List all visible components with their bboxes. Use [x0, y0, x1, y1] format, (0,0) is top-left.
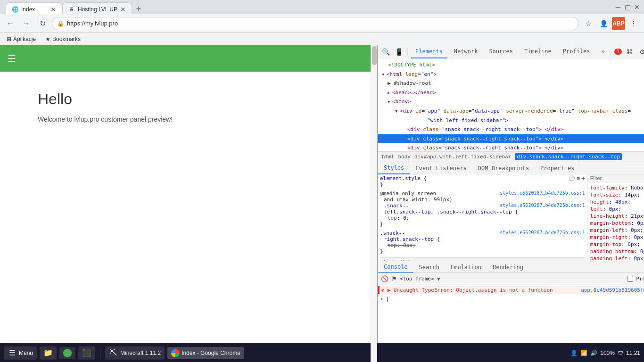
bookmark-aplikacje[interactable]: ⊞ Aplikacje: [4, 35, 39, 43]
settings-icon[interactable]: ABP: [612, 17, 625, 30]
hamburger-menu-icon[interactable]: ☰: [8, 53, 16, 64]
preserve-log-label: Preserve log: [636, 276, 644, 282]
tab-close-hosting[interactable]: ✕: [120, 6, 126, 13]
devtools-tab-timeline[interactable]: Timeline: [520, 45, 556, 58]
minimize-button[interactable]: ─: [615, 4, 621, 10]
snack-div-3[interactable]: <div class="snack snack--right snack--to…: [378, 143, 644, 151]
prop-margin-top: margin-top: 0px;: [589, 241, 644, 248]
console-cursor[interactable]: |: [386, 296, 389, 302]
close-window-button[interactable]: ✕: [634, 4, 640, 10]
star-bookmark-icon: ★: [45, 36, 50, 42]
breadcrumb-html[interactable]: html: [382, 154, 395, 160]
devtools-tab-sources[interactable]: Sources: [484, 45, 518, 58]
emulation-tab[interactable]: Emulation: [445, 261, 487, 273]
taskbar-files-button[interactable]: 📁: [40, 346, 57, 360]
devtools-splitter: <!DOCTYPE html> <html lang="en"> ▶ #shad…: [378, 58, 644, 362]
head-tag-line[interactable]: <head>…</head>: [378, 88, 644, 98]
frame-selector-icon[interactable]: ▾: [437, 275, 440, 282]
tab-close-index[interactable]: ✕: [50, 6, 56, 13]
forward-button[interactable]: →: [20, 17, 33, 30]
snack-div-2-selected[interactable]: <div class="snack snack--right snack--to…: [378, 134, 644, 144]
taskbar-minecraft-icon: ⛏: [109, 348, 118, 358]
webpage-content: Hello Welcome to lvlup.pro customer pane…: [0, 72, 377, 142]
body-tag-line[interactable]: <body>: [378, 97, 644, 107]
profile-icon[interactable]: 👤: [597, 17, 610, 30]
breadcrumb-snack[interactable]: div.snack.snack--right.snack--top: [515, 153, 622, 160]
add-style-icon[interactable]: +: [582, 175, 585, 181]
preserve-log-checkbox[interactable]: [627, 276, 633, 282]
devtools-tab-more[interactable]: »: [597, 45, 610, 58]
address-input[interactable]: [67, 20, 574, 27]
tab-index[interactable]: 🌐 Index ✕: [6, 2, 62, 16]
devtools-tab-elements[interactable]: Elements: [411, 45, 447, 58]
snack-div-1[interactable]: <div class="snack snack--right snack--to…: [378, 125, 644, 134]
console-prompt: > |: [378, 295, 644, 303]
rendering-tab[interactable]: Rendering: [487, 261, 529, 273]
taskbar-menu-button[interactable]: ☰ Menu: [4, 346, 37, 360]
apps-icon: ⊞: [7, 36, 11, 42]
taskbar-green-button[interactable]: [59, 347, 75, 359]
prop-font-size: font-size: 14px;: [589, 191, 644, 198]
new-tab-button[interactable]: +: [132, 2, 145, 16]
html-tag-line[interactable]: <html lang="en">: [378, 70, 644, 79]
devtools-settings-icon[interactable]: ⚙: [637, 46, 644, 58]
styles-tab[interactable]: Styles: [378, 162, 410, 174]
inspect-element-icon[interactable]: 🔍: [380, 46, 391, 58]
elements-breadcrumb: html body div#app.with.left-fixed-sideba…: [378, 151, 644, 162]
taskbar-wifi-icon: 📶: [580, 350, 587, 356]
console-clear-icon[interactable]: 🚫: [381, 275, 388, 282]
style-rule-media: @media only screenstyles.e5620287…b4de72…: [380, 190, 585, 227]
tab-favicon-hosting: 🖥: [68, 6, 75, 13]
taskbar-terminal-button[interactable]: ⬛: [78, 346, 95, 360]
taskbar-chrome-button[interactable]: Index - Google Chrome: [167, 347, 244, 359]
style-rule-snack: .snack--styles.e5620287…b4de725b.css:1 r…: [380, 230, 585, 255]
reload-button[interactable]: ↻: [36, 17, 49, 30]
menu-icon[interactable]: ⋮: [627, 17, 640, 30]
toggle-style-icon[interactable]: ⊞: [577, 175, 580, 181]
shadow-root-line[interactable]: ▶ #shadow-root: [378, 79, 644, 88]
devtools-console-prompt-icon[interactable]: ⌘: [624, 46, 635, 58]
devtools-tab-network[interactable]: Network: [449, 45, 483, 58]
back-button[interactable]: ←: [4, 17, 17, 30]
styles-source-link-3[interactable]: styles.e5620287…b4de725b.css:1: [500, 230, 585, 235]
taskbar-shield-icon: 🛡: [618, 350, 623, 356]
devtools-left: <!DOCTYPE html> <html lang="en"> ▶ #shad…: [378, 58, 644, 362]
browser-window: 🌐 Index ✕ 🖥 Hosting LVL UP ✕ + ─ ▢ ✕ ← →…: [0, 0, 644, 362]
device-mode-icon[interactable]: 📱: [393, 46, 405, 58]
html-tree[interactable]: <!DOCTYPE html> <html lang="en"> ▶ #shad…: [378, 58, 644, 151]
bottom-split: element.style { + ⊞ 🕐 } @media o: [378, 174, 644, 261]
dom-breakpoints-tab[interactable]: DOM Breakpoints: [472, 162, 535, 174]
filter-bar: [587, 174, 644, 182]
error-count-badge: 1: [614, 49, 622, 55]
search-tab[interactable]: Search: [413, 261, 445, 273]
tab-hosting[interactable]: 🖥 Hosting LVL UP ✕: [62, 2, 132, 16]
breadcrumb-body[interactable]: body: [398, 154, 411, 160]
breadcrumb-div-app[interactable]: div#app.with.left-fixed-sidebar: [414, 154, 511, 160]
bookmark-bookmarks[interactable]: ★ Bookmarks: [42, 35, 83, 43]
style-rule-element: element.style { + ⊞ 🕐 }: [380, 175, 585, 188]
scrollbar-thumb[interactable]: [372, 46, 377, 65]
green-header: ☰: [0, 45, 377, 72]
filter-input[interactable]: [590, 175, 644, 181]
console-filter-icon[interactable]: ⚑: [391, 275, 397, 282]
devtools-tab-profiles[interactable]: Profiles: [558, 45, 595, 58]
webpage-scrollbar[interactable]: [371, 45, 377, 362]
styles-section[interactable]: element.style { + ⊞ 🕐 } @media o: [378, 174, 587, 261]
app-div-line[interactable]: <div id="app" data-app="data-app" server…: [378, 107, 644, 116]
star-icon[interactable]: ☆: [582, 17, 595, 30]
devtools-bottom: Styles Event Listeners DOM Breakpoints P…: [378, 162, 644, 261]
taskbar-menu-icon: ☰: [8, 348, 17, 358]
prop-padding-left: padding-left: 0px;: [589, 255, 644, 261]
error-source-link[interactable]: app.0e49d591b819605fb158.js:11: [581, 287, 644, 293]
clock-style-icon[interactable]: 🕐: [569, 175, 575, 181]
maximize-button[interactable]: ▢: [624, 4, 631, 10]
taskbar-minecraft-button[interactable]: ⛏ Minecraft 1.11.2: [105, 346, 165, 360]
styles-source-link-2[interactable]: styles.e5620287…b4de725b.css:1: [500, 203, 585, 208]
bookmark-bookmarks-label: Bookmarks: [52, 36, 81, 42]
event-listeners-tab[interactable]: Event Listeners: [410, 162, 472, 174]
properties-tab[interactable]: Properties: [535, 162, 580, 174]
styles-source-link-1[interactable]: styles.e5620287…b4de725b.css:1: [500, 190, 585, 196]
nav-right-icons: ☆ 👤 ABP ⋮: [582, 17, 640, 30]
console-tab[interactable]: Console: [378, 261, 413, 273]
devtools-right-panel: font-family: Roboto, san-serif; font-siz…: [587, 174, 644, 261]
